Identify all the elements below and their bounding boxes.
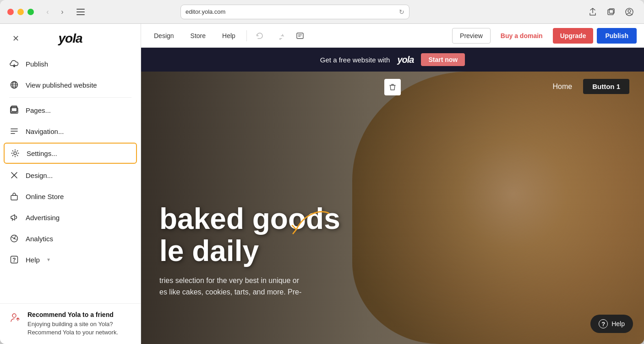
- sidebar-item-help-label: Help: [26, 256, 40, 264]
- sidebar-item-help[interactable]: ? Help ▾: [0, 249, 141, 270]
- mac-profile-button[interactable]: [622, 6, 637, 18]
- toolbar-right: Preview Buy a domain Upgrade Publish: [452, 28, 637, 44]
- help-dropdown-icon: ▾: [47, 256, 50, 263]
- sidebar-item-view-published[interactable]: View published website: [0, 74, 141, 95]
- mac-titlebar: ‹ › editor.yola.com ↻: [0, 0, 644, 24]
- menu-divider-1: [9, 97, 131, 98]
- curved-arrow-svg: [283, 209, 338, 246]
- analytics-icon: [9, 233, 19, 244]
- site-preview: Home Button 1 baked goods le daily tries…: [141, 72, 644, 344]
- recommend-body: Enjoying building a site on Yola? Recomm…: [27, 320, 131, 337]
- mac-forward-button[interactable]: ›: [56, 6, 69, 18]
- arrow-annotation: [283, 209, 338, 248]
- sidebar-item-design[interactable]: Design...: [0, 165, 141, 186]
- toolbar-sep-1: [246, 30, 247, 41]
- site-nav-button1[interactable]: Button 1: [583, 79, 629, 94]
- toolbar-design-button[interactable]: Design: [148, 28, 180, 43]
- sidebar-item-pages-label: Pages...: [26, 106, 51, 114]
- sidebar-item-settings[interactable]: Settings...: [4, 143, 137, 164]
- promo-banner: Get a free website with yola Start now: [141, 48, 644, 72]
- publish-label: Publish: [605, 32, 628, 39]
- start-now-label: Start now: [428, 56, 458, 63]
- address-bar[interactable]: editor.yola.com ↻: [180, 5, 409, 19]
- advertising-icon: [9, 212, 19, 222]
- mac-share-button[interactable]: [585, 6, 600, 18]
- sidebar-item-analytics-label: Analytics: [26, 235, 53, 243]
- panel-menu: Publish View published website: [0, 50, 141, 303]
- sidebar-item-view-label: View published website: [26, 81, 97, 89]
- toolbar-undo-button[interactable]: [252, 28, 267, 43]
- buy-domain-button[interactable]: Buy a domain: [494, 28, 549, 44]
- reload-icon[interactable]: ↻: [399, 8, 404, 16]
- mac-nav-buttons: ‹ ›: [41, 6, 69, 18]
- settings-icon: [10, 148, 20, 158]
- editor-area: Design Store Help: [141, 24, 644, 344]
- help-float-button[interactable]: ? Help: [590, 315, 633, 333]
- svg-text:?: ?: [12, 257, 16, 263]
- recommend-icon: [9, 311, 22, 324]
- pages-icon: [9, 105, 19, 115]
- side-panel: ✕ yola Publish: [0, 24, 141, 344]
- sidebar-item-advertising[interactable]: Advertising: [0, 207, 141, 228]
- preview-label: Preview: [460, 32, 483, 39]
- svg-point-18: [14, 152, 16, 155]
- main-area: ✕ yola Publish: [0, 24, 644, 344]
- sidebar-item-publish[interactable]: Publish: [0, 53, 141, 74]
- svg-rect-2: [76, 14, 85, 15]
- panel-close-button[interactable]: ✕: [9, 32, 22, 45]
- yola-logo: yola: [58, 31, 82, 46]
- publish-button[interactable]: Publish: [597, 28, 637, 44]
- mac-window: ‹ › editor.yola.com ↻: [0, 0, 644, 344]
- svg-point-6: [628, 10, 631, 12]
- sidebar-item-design-label: Design...: [26, 172, 53, 179]
- panel-footer: Recommend Yola to a friend Enjoying buil…: [0, 303, 141, 344]
- globe-icon: [9, 80, 19, 90]
- store-icon: [9, 191, 19, 201]
- sidebar-item-advertising-label: Advertising: [26, 214, 60, 222]
- sidebar-item-navigation[interactable]: Navigation...: [0, 121, 141, 142]
- toolbar-redo-button[interactable]: [273, 28, 287, 43]
- promo-text: Get a free website with: [320, 56, 390, 64]
- mac-sidebar-button[interactable]: [74, 6, 87, 18]
- hero-body: tries selection for the very best in uni…: [159, 275, 340, 298]
- website-content: Get a free website with yola Start now: [141, 48, 644, 344]
- help-float-label: Help: [611, 320, 625, 327]
- mac-right-buttons: [585, 6, 637, 18]
- sidebar-item-analytics[interactable]: Analytics: [0, 228, 141, 249]
- mac-maximize-button[interactable]: [27, 9, 34, 15]
- close-icon: ✕: [12, 33, 19, 44]
- upgrade-label: Upgrade: [560, 32, 586, 39]
- site-nav-home[interactable]: Home: [552, 83, 572, 91]
- upgrade-button[interactable]: Upgrade: [553, 28, 594, 44]
- toolbar-store-button[interactable]: Store: [185, 28, 211, 43]
- mac-minimize-button[interactable]: [17, 9, 24, 15]
- design-icon: [9, 170, 19, 180]
- mac-close-button[interactable]: [7, 9, 14, 15]
- svg-point-24: [14, 238, 15, 239]
- start-now-button[interactable]: Start now: [421, 53, 465, 66]
- yola-banner-logo: yola: [397, 55, 414, 65]
- navigation-icon: [9, 126, 19, 136]
- sidebar-item-store-label: Online Store: [26, 193, 64, 200]
- sidebar-item-settings-label: Settings...: [27, 150, 57, 157]
- help-icon: ?: [9, 255, 19, 265]
- url-text: editor.yola.com: [186, 8, 225, 15]
- preview-button[interactable]: Preview: [452, 28, 491, 44]
- editor-toolbar: Design Store Help: [141, 24, 644, 48]
- recommend-text-block: Recommend Yola to a friend Enjoying buil…: [27, 311, 131, 337]
- recommend-title: Recommend Yola to a friend: [27, 311, 131, 318]
- buy-domain-label: Buy a domain: [501, 32, 543, 39]
- toolbar-help-button[interactable]: Help: [217, 28, 241, 43]
- panel-header: ✕ yola: [0, 24, 141, 50]
- mac-newwindow-button[interactable]: [604, 6, 618, 18]
- sidebar-item-publish-label: Publish: [26, 60, 48, 68]
- sidebar-item-pages[interactable]: Pages...: [0, 100, 141, 121]
- help-label: Help: [222, 32, 235, 39]
- mac-back-button[interactable]: ‹: [41, 6, 54, 18]
- delete-icon[interactable]: [384, 79, 401, 95]
- svg-rect-21: [11, 195, 17, 200]
- svg-rect-28: [297, 33, 303, 39]
- sidebar-item-online-store[interactable]: Online Store: [0, 186, 141, 207]
- toolbar-pages-button[interactable]: [293, 28, 307, 43]
- mac-window-buttons: [7, 9, 34, 15]
